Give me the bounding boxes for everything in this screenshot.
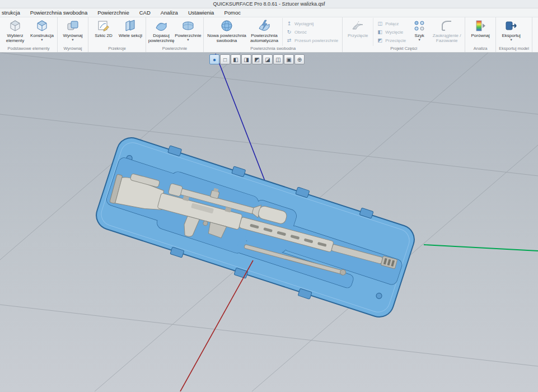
szkic-2d-button[interactable]: Szkic 2D bbox=[90, 18, 117, 38]
shaded-view-button[interactable]: ● bbox=[209, 54, 219, 64]
top-view-icon: ◫ bbox=[275, 57, 280, 63]
viewport-3d[interactable]: ● □ ◧ ◨ ◩ ◪ ◫ ▣ ⊕ bbox=[0, 53, 538, 391]
freeform-sphere-icon bbox=[220, 19, 233, 32]
wireframe-icon: □ bbox=[223, 57, 227, 63]
menu-powierzchnia-swobodna[interactable]: Powierzchnia swobodna bbox=[25, 10, 92, 16]
przeciecie-button[interactable]: ◩ Przecięcie bbox=[377, 37, 406, 44]
powierzchnia-automatyczna-button[interactable]: Powierzchnia automatyczna bbox=[248, 18, 280, 43]
dropdown-caret-icon: ▾ bbox=[72, 38, 73, 42]
group-label: Podstawowe elementy bbox=[2, 46, 55, 52]
group-label: Eksportuj model bbox=[498, 46, 530, 52]
nowa-powierzchnia-swobodna-button[interactable]: Nowa powierzchnia swobodna bbox=[205, 18, 248, 43]
freeform-small-buttons: ↥ Wyciągnij ↻ Obróć ⇄ Przesuń powierzchn… bbox=[282, 18, 340, 46]
model-rifle-case[interactable] bbox=[91, 130, 419, 325]
align-icon bbox=[66, 19, 79, 32]
export-icon bbox=[504, 19, 518, 32]
multi-sections-icon bbox=[124, 19, 137, 32]
orient-axis-button[interactable]: ⊕ bbox=[294, 54, 305, 64]
dropdown-caret-icon: ▾ bbox=[187, 38, 189, 42]
dopasuj-powierzchnie-button[interactable]: Dopasuj powierzchnię bbox=[148, 18, 175, 43]
back-view-button[interactable]: ◨ bbox=[241, 54, 251, 64]
porownaj-button[interactable]: Porównaj bbox=[467, 18, 494, 38]
rotate-icon: ↻ bbox=[286, 30, 292, 35]
construction-cube-icon bbox=[35, 19, 49, 32]
auto-surface-icon bbox=[258, 19, 271, 32]
eksportuj-button[interactable]: Eksportuj ▾ bbox=[498, 18, 525, 42]
orient-axis-icon: ⊕ bbox=[297, 57, 302, 63]
select-cube-icon bbox=[8, 19, 22, 32]
dropdown-caret-icon: ▾ bbox=[511, 38, 512, 42]
compare-colormap-icon bbox=[474, 19, 487, 32]
ribbon-group-eksportuj-model: Eksportuj ▾ Eksportuj model bbox=[496, 17, 532, 52]
wyciagnij-button[interactable]: ↥ Wyciągnij bbox=[286, 20, 338, 27]
pattern-icon bbox=[413, 19, 426, 32]
menu-ustawienia[interactable]: Ustawienia bbox=[183, 10, 219, 16]
szyk-button[interactable]: Szyk ▾ bbox=[408, 18, 431, 42]
ribbon: Wybierz elementy Konstrukcja ▾ Podstawow… bbox=[0, 17, 538, 53]
front-view-button[interactable]: ◧ bbox=[231, 54, 241, 64]
wireframe-view-button[interactable]: □ bbox=[220, 54, 230, 64]
group-label: Przekroje bbox=[90, 46, 144, 52]
menu-powierzchnie[interactable]: Powierzchnie bbox=[92, 10, 134, 16]
extrude-icon: ↥ bbox=[286, 21, 292, 26]
menu-pomoc[interactable]: Pomoc bbox=[219, 10, 246, 16]
top-view-button[interactable]: ◫ bbox=[273, 54, 283, 64]
axis-y bbox=[424, 245, 538, 251]
join-icon: ◫ bbox=[377, 21, 383, 26]
back-view-icon: ◨ bbox=[244, 57, 249, 63]
cut-icon: ◧ bbox=[377, 30, 383, 35]
group-label: Powierzchnia swobodna bbox=[205, 46, 340, 52]
intersect-icon: ◩ bbox=[377, 38, 383, 43]
wyciecie-button[interactable]: ◧ Wycięcie bbox=[377, 29, 406, 35]
wiele-sekcji-button[interactable]: Wiele sekcji bbox=[117, 18, 144, 38]
group-label: Analiza bbox=[467, 46, 494, 52]
ribbon-group-podstawowe-elementy: Wybierz elementy Konstrukcja ▾ Podstawow… bbox=[0, 17, 58, 52]
window-title: QUICKSURFACE Pro 8.0.61 - Sztucer walizk… bbox=[213, 1, 325, 7]
front-view-icon: ◧ bbox=[233, 57, 238, 63]
iso-view-icon: ▣ bbox=[286, 57, 291, 63]
part-design-small-buttons: ◫ Połącz ◧ Wycięcie ◩ Przecięcie bbox=[373, 18, 408, 46]
group-label: Wyrównaj bbox=[59, 46, 86, 52]
ribbon-group-powierzchnie: Dopasuj powierzchnię Powierzchnie ▾ Powi… bbox=[146, 17, 204, 52]
titlebar: QUICKSURFACE Pro 8.0.61 - Sztucer walizk… bbox=[0, 0, 538, 8]
fillet-chamfer-icon bbox=[440, 19, 453, 32]
trim-icon bbox=[351, 19, 364, 32]
menu-konstrukcja[interactable]: strukcja bbox=[0, 10, 25, 16]
menubar: strukcja Powierzchnia swobodna Powierzch… bbox=[0, 8, 538, 17]
zaokraglenie-fazowanie-button[interactable]: Zaokrąglenie / Fazowanie bbox=[431, 18, 463, 43]
group-label: Powierzchnie bbox=[148, 46, 202, 52]
view-toolbar: ● □ ◧ ◨ ◩ ◪ ◫ ▣ ⊕ bbox=[209, 54, 305, 64]
polacz-button[interactable]: ◫ Połącz bbox=[377, 20, 406, 27]
scene-canvas bbox=[0, 53, 538, 391]
left-view-icon: ◩ bbox=[254, 57, 259, 63]
left-view-button[interactable]: ◩ bbox=[252, 54, 262, 64]
dropdown-caret-icon: ▾ bbox=[419, 38, 420, 42]
przesun-powierzchnie-button[interactable]: ⇄ Przesuń powierzchnie bbox=[286, 37, 338, 44]
surfaces-icon bbox=[181, 19, 195, 32]
group-label: Projekt Części bbox=[344, 46, 463, 52]
ribbon-group-przekroje: Szkic 2D Wiele sekcji Przekroje bbox=[88, 17, 146, 52]
right-view-button[interactable]: ◪ bbox=[263, 54, 273, 64]
menu-analiza[interactable]: Analiza bbox=[156, 10, 183, 16]
shaded-sphere-icon: ● bbox=[213, 57, 216, 63]
wybierz-elementy-button[interactable]: Wybierz elementy bbox=[2, 18, 29, 43]
sketch-2d-icon bbox=[97, 19, 110, 32]
przyciecie-button[interactable]: Przycięcie bbox=[344, 18, 371, 38]
menu-cad[interactable]: CAD bbox=[134, 10, 156, 16]
ribbon-group-wyrownaj: Wyrównaj ▾ Wyrównaj bbox=[58, 17, 88, 52]
axis-x bbox=[180, 260, 253, 391]
move-surface-icon: ⇄ bbox=[286, 38, 292, 43]
ribbon-group-analiza: Porównaj Analiza bbox=[465, 17, 496, 52]
fit-surface-icon bbox=[155, 19, 168, 32]
obroc-button[interactable]: ↻ Obróć bbox=[286, 29, 338, 35]
konstrukcja-button[interactable]: Konstrukcja ▾ bbox=[29, 18, 55, 42]
ribbon-group-powierzchnia-swobodna: Nowa powierzchnia swobodna Powierzchnia … bbox=[204, 17, 343, 52]
dropdown-caret-icon: ▾ bbox=[41, 38, 43, 42]
powierzchnie-button[interactable]: Powierzchnie ▾ bbox=[175, 18, 202, 42]
right-view-icon: ◪ bbox=[265, 57, 270, 63]
wyrownaj-button[interactable]: Wyrównaj ▾ bbox=[59, 18, 86, 42]
ribbon-group-projekt-czesci: Przycięcie ◫ Połącz ◧ Wycięcie ◩ Przecię… bbox=[343, 17, 465, 52]
iso-view-button[interactable]: ▣ bbox=[284, 54, 294, 64]
